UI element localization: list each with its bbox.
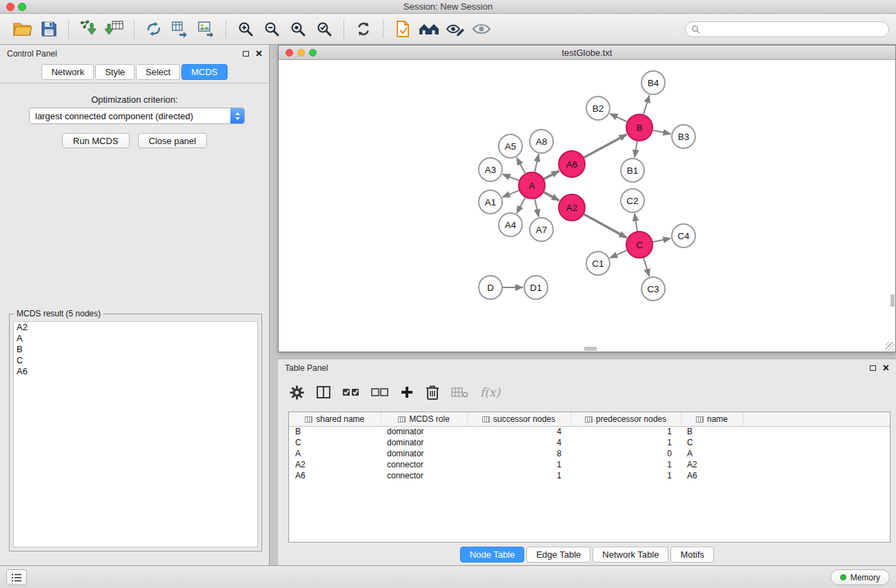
node-A7[interactable]: A7 <box>530 218 553 241</box>
node-A4[interactable]: A4 <box>499 213 522 236</box>
save-session-button[interactable] <box>36 17 62 41</box>
search-box[interactable] <box>685 21 889 37</box>
select-all-button[interactable] <box>342 382 360 403</box>
function-builder-button[interactable]: f(x) <box>480 382 500 403</box>
zoom-fit-button[interactable] <box>285 17 311 41</box>
search-input[interactable] <box>704 25 883 34</box>
add-column-button[interactable] <box>400 382 414 403</box>
visibility-button[interactable] <box>468 17 495 41</box>
table-row[interactable]: A6connector11A6 <box>289 470 890 481</box>
node-B4[interactable]: B4 <box>641 71 665 94</box>
edge-C-C2[interactable] <box>635 214 637 231</box>
export-image-button[interactable] <box>193 17 219 41</box>
show-columns-button[interactable] <box>316 382 331 403</box>
style-document-button[interactable] <box>390 17 416 41</box>
tab-select[interactable]: Select <box>136 64 180 80</box>
edge-A-A1[interactable] <box>503 190 519 197</box>
horizontal-scrollbar[interactable] <box>584 347 597 351</box>
node-A[interactable]: A <box>519 172 545 199</box>
home-network-button[interactable] <box>416 17 442 41</box>
delete-column-button[interactable] <box>451 382 469 403</box>
node-B1[interactable]: B1 <box>621 159 644 182</box>
tab-edge-table[interactable]: Edge Table <box>526 547 590 562</box>
table-row[interactable]: Adominator80A <box>289 448 890 459</box>
node-C1[interactable]: C1 <box>586 252 610 275</box>
node-C4[interactable]: C4 <box>672 224 695 247</box>
table-row[interactable]: Bdominator41B <box>289 426 890 437</box>
zoom-window-button[interactable] <box>18 3 26 11</box>
node-A1[interactable]: A1 <box>479 190 502 214</box>
node-C2[interactable]: C2 <box>621 189 644 212</box>
node-B3[interactable]: B3 <box>672 125 695 148</box>
style-apply-button[interactable] <box>442 17 468 41</box>
column-header-name[interactable]: name <box>681 412 743 426</box>
column-header-successor-nodes[interactable]: successor nodes <box>467 412 570 426</box>
close-panel-icon[interactable]: × <box>256 50 262 58</box>
edge-A-A8[interactable] <box>535 154 539 172</box>
export-network-button[interactable] <box>141 17 167 41</box>
edge-B-B1[interactable] <box>635 141 637 158</box>
column-header-shared-name[interactable]: shared name <box>289 412 381 426</box>
result-item[interactable]: C <box>14 355 257 366</box>
tab-network-table[interactable]: Network Table <box>593 547 668 562</box>
panel-list-button[interactable] <box>6 569 27 585</box>
node-A8[interactable]: A8 <box>530 130 553 153</box>
tab-style[interactable]: Style <box>95 64 135 80</box>
minimize-network-button[interactable] <box>297 49 305 57</box>
edge-C-C1[interactable] <box>610 250 627 258</box>
float-table-panel-icon[interactable] <box>870 365 876 371</box>
edge-C-C4[interactable] <box>653 239 671 242</box>
column-header-predecessor-nodes[interactable]: predecessor nodes <box>570 412 681 426</box>
edge-A-A3[interactable] <box>503 174 519 181</box>
close-table-panel-icon[interactable]: × <box>883 364 889 372</box>
edge-A-A4[interactable] <box>517 198 525 214</box>
node-B[interactable]: B <box>626 114 653 141</box>
export-table-button[interactable] <box>167 17 193 41</box>
column-header-MCDS-role[interactable]: MCDS role <box>381 412 467 426</box>
edge-A6-B[interactable] <box>584 134 627 158</box>
vertical-scrollbar[interactable] <box>890 294 895 307</box>
open-session-button[interactable] <box>10 17 36 41</box>
edge-B-B4[interactable] <box>644 95 650 114</box>
import-table-button[interactable] <box>101 17 128 41</box>
edge-A2-C[interactable] <box>584 214 627 238</box>
close-window-button[interactable] <box>6 3 14 11</box>
table-row[interactable]: A2connector11A2 <box>289 459 890 470</box>
zoom-in-button[interactable] <box>232 17 259 41</box>
node-A2[interactable]: A2 <box>559 194 585 221</box>
delete-row-button[interactable] <box>425 382 440 403</box>
tab-network[interactable]: Network <box>41 64 94 80</box>
network-window-titlebar[interactable]: testGlobe.txt <box>279 45 895 60</box>
edge-B-B2[interactable] <box>610 114 627 122</box>
node-A5[interactable]: A5 <box>499 134 522 158</box>
network-canvas[interactable]: B4B2BB3A5A8A6A3B1AC2A1A2A4A7C4CC1DD1C3 <box>279 60 895 352</box>
node-D[interactable]: D <box>479 276 502 299</box>
result-item[interactable]: A2 <box>14 322 257 333</box>
zoom-network-button[interactable] <box>309 49 317 57</box>
close-panel-button[interactable]: Close panel <box>138 133 208 148</box>
resize-grip[interactable] <box>886 342 895 351</box>
node-D1[interactable]: D1 <box>524 276 548 299</box>
refresh-layout-button[interactable] <box>350 17 377 41</box>
node-C3[interactable]: C3 <box>641 277 665 301</box>
network-view[interactable]: B4B2BB3A5A8A6A3B1AC2A1A2A4A7C4CC1DD1C3 <box>279 60 895 352</box>
result-item[interactable]: A6 <box>14 366 257 377</box>
edge-A-A2[interactable] <box>544 192 559 201</box>
result-item[interactable]: B <box>14 344 257 355</box>
node-B2[interactable]: B2 <box>586 97 610 120</box>
table-settings-button[interactable] <box>289 382 305 403</box>
tab-mcds[interactable]: MCDS <box>181 64 227 80</box>
edge-C-C3[interactable] <box>644 258 649 276</box>
tab-node-table[interactable]: Node Table <box>460 547 525 562</box>
node-A6[interactable]: A6 <box>559 151 585 177</box>
edge-A-A7[interactable] <box>535 199 539 217</box>
deselect-all-button[interactable] <box>371 382 389 403</box>
node-A3[interactable]: A3 <box>479 158 502 181</box>
result-item[interactable]: A <box>14 333 257 344</box>
close-network-button[interactable] <box>286 49 293 57</box>
criterion-dropdown[interactable]: largest connected component (directed) <box>29 108 245 124</box>
memory-button[interactable]: Memory <box>830 569 890 585</box>
edge-A-A6[interactable] <box>544 171 559 179</box>
node-C[interactable]: C <box>626 232 653 258</box>
tab-motifs[interactable]: Motifs <box>670 547 714 562</box>
